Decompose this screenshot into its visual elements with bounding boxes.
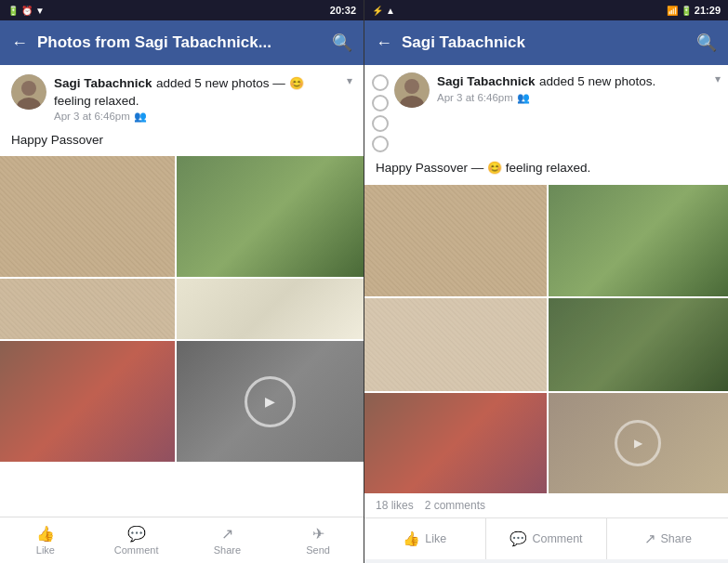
photo-cell-2a[interactable] — [364, 185, 547, 296]
search-icon-2[interactable]: 🔍 — [696, 33, 717, 53]
photo-cell-2c[interactable] — [364, 298, 547, 391]
photo-cell-1a[interactable] — [0, 156, 175, 277]
post-text-1: Happy Passover — [0, 128, 364, 157]
post-date-1: Apr 3 at 6:46pm — [54, 111, 130, 122]
checkbox-2[interactable] — [372, 95, 389, 111]
time-display-1: 20:32 — [330, 5, 356, 16]
photo-cell-2b[interactable] — [549, 185, 729, 296]
status-bar-left-2: ⚡ ▲ — [372, 6, 395, 16]
share-button-2[interactable]: ↗ Share — [607, 518, 728, 559]
like-icon-1: 👍 — [36, 525, 55, 543]
post-meta-2: Apr 3 at 6:46pm 👥 — [437, 92, 715, 104]
send-icon-1: ✈ — [312, 525, 324, 543]
photo-grid-mid-row-1 — [0, 279, 364, 339]
bluetooth-icon-2: ⚡ — [372, 6, 383, 16]
avatar-2 — [394, 72, 430, 108]
wifi-icon-2: 📶 — [667, 6, 678, 16]
battery-icon-1: 🔋 — [7, 6, 19, 16]
post-name-action-1: Sagi Tabachnick added 5 new photos — 😊 f… — [54, 74, 339, 109]
photo-grid-2: ▶ — [364, 185, 728, 493]
photo-grid-mid-2 — [364, 298, 728, 391]
like-button-2[interactable]: 👍 Like — [364, 518, 486, 559]
action-bar-2: 👍 Like 💬 Comment ↗ Share — [364, 518, 728, 559]
header-title-1: Photos from Sagi Tabachnick... — [37, 33, 323, 52]
like-label-1: Like — [36, 544, 55, 556]
status-bar-right-1: 20:32 — [330, 5, 356, 16]
comment-icon-2: 💬 — [510, 530, 527, 547]
checkboxes-2 — [372, 72, 389, 152]
content-area-1: Sagi Tabachnick added 5 new photos — 😊 f… — [0, 65, 364, 517]
back-button-2[interactable]: ← — [376, 33, 392, 53]
post-caption-2: Happy Passover — 😊 feeling relaxed. — [364, 156, 728, 185]
post-dropdown-1[interactable]: ▾ — [347, 74, 352, 87]
status-bar-right-2: 📶 🔋 21:29 — [667, 5, 721, 16]
photo-cell-1e[interactable] — [0, 341, 175, 462]
friends-icon-1: 👥 — [134, 111, 147, 123]
comment-icon-1: 💬 — [127, 525, 146, 543]
photo-cell-1f[interactable]: ▶ — [177, 341, 364, 462]
post-header-1: Sagi Tabachnick added 5 new photos — 😊 f… — [0, 65, 364, 128]
likes-comments-bar-2: 18 likes 2 comments — [364, 493, 728, 518]
photo-overlay-circle-1: ▶ — [245, 376, 296, 427]
like-button-1[interactable]: 👍 Like — [0, 525, 91, 556]
app-header-2: ← Sagi Tabachnick 🔍 — [364, 20, 728, 65]
share-icon-2: ↗ — [644, 530, 656, 547]
svg-point-4 — [404, 79, 419, 94]
comment-button-2[interactable]: 💬 Comment — [486, 518, 608, 559]
share-label-1: Share — [214, 544, 241, 556]
post-date-2: Apr 3 at 6:46pm — [437, 92, 513, 103]
comment-button-1[interactable]: 💬 Comment — [91, 525, 182, 556]
share-label-2: Share — [661, 532, 692, 545]
post-username-2: Sagi Tabachnick — [437, 74, 536, 88]
like-label-2: Like — [425, 532, 446, 545]
photo-grid-1: ▶ — [0, 156, 364, 462]
content-area-2: Sagi Tabachnick added 5 new photos. Apr … — [364, 65, 728, 563]
post-header-2: Sagi Tabachnick added 5 new photos. Apr … — [364, 65, 728, 156]
checkbox-3[interactable] — [372, 115, 389, 132]
like-icon-2: 👍 — [403, 530, 420, 547]
phone-screen-2: ⚡ ▲ 📶 🔋 21:29 ← Sagi Tabachnick 🔍 — [364, 0, 728, 563]
time-display-2: 21:29 — [695, 5, 721, 16]
avatar-1 — [11, 74, 46, 110]
post-info-2: Sagi Tabachnick added 5 new photos. Apr … — [437, 72, 715, 104]
post-info-1: Sagi Tabachnick added 5 new photos — 😊 f… — [54, 74, 339, 123]
comments-count-2: 2 comments — [425, 499, 485, 512]
photo-grid-top-row-1 — [0, 156, 364, 277]
svg-point-1 — [21, 81, 36, 96]
caption-text-2: Happy Passover — 😊 feeling relaxed. — [376, 161, 590, 175]
search-icon-1[interactable]: 🔍 — [332, 33, 352, 53]
photo-cell-2f[interactable]: ▶ — [549, 393, 729, 493]
comment-label-2: Comment — [532, 532, 582, 545]
signal-icon-2: ▲ — [386, 6, 395, 16]
photo-cell-2e[interactable] — [364, 393, 547, 493]
status-bar-2: ⚡ ▲ 📶 🔋 21:29 — [364, 0, 728, 20]
friends-icon-2: 👥 — [517, 92, 530, 104]
comment-label-1: Comment — [114, 544, 159, 556]
back-button-1[interactable]: ← — [11, 33, 28, 53]
photo-cell-1d[interactable] — [177, 279, 364, 339]
post-name-action-2: Sagi Tabachnick added 5 new photos. — [437, 72, 715, 90]
signal-icon-1: ▼ — [35, 6, 45, 16]
header-title-2: Sagi Tabachnick — [402, 33, 687, 52]
battery-icon-2: 🔋 — [681, 6, 692, 16]
photo-cell-1c[interactable] — [0, 279, 175, 339]
photo-cell-2d[interactable] — [549, 298, 729, 391]
photo-grid-top-2 — [364, 185, 728, 296]
post-meta-1: Apr 3 at 6:46pm 👥 — [54, 111, 339, 123]
share-button-1[interactable]: ↗ Share — [182, 525, 273, 556]
photo-grid-bot-2: ▶ — [364, 393, 728, 493]
phone-screen-1: 🔋 ⏰ ▼ 20:32 ← Photos from Sagi Tabachnic… — [0, 0, 364, 563]
status-bar-1: 🔋 ⏰ ▼ 20:32 — [0, 0, 364, 20]
likes-count-2: 18 likes — [376, 499, 414, 512]
app-header-1: ← Photos from Sagi Tabachnick... 🔍 — [0, 20, 364, 65]
checkbox-1[interactable] — [372, 74, 389, 91]
share-icon-1: ↗ — [221, 525, 233, 543]
photo-cell-1b[interactable] — [177, 156, 364, 277]
checkbox-4[interactable] — [372, 136, 389, 152]
post-username-1: Sagi Tabachnick — [54, 76, 152, 90]
send-button-1[interactable]: ✈ Send — [272, 525, 364, 556]
post-card-2: Sagi Tabachnick added 5 new photos. Apr … — [364, 65, 728, 559]
photo-overlay-circle-2: ▶ — [615, 420, 661, 466]
post-dropdown-2[interactable]: ▾ — [715, 72, 721, 85]
clock-icon-1: ⏰ — [21, 6, 33, 16]
